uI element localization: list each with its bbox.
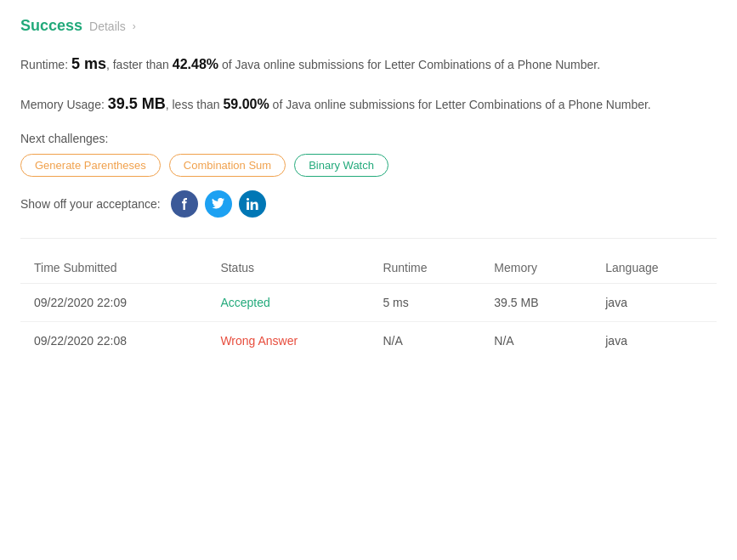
social-icons	[171, 190, 266, 218]
success-label: Success	[20, 17, 82, 35]
col-runtime: Runtime	[369, 252, 480, 284]
cell-status[interactable]: Wrong Answer	[207, 321, 369, 359]
cell-time: 09/22/2020 22:08	[20, 321, 207, 359]
divider	[20, 238, 717, 239]
next-challenges-label: Next challenges:	[20, 132, 717, 145]
runtime-value: 5 ms	[71, 55, 106, 72]
show-off-row: Show off your acceptance:	[20, 190, 717, 218]
runtime-prefix: Runtime:	[20, 58, 68, 71]
memory-section: Memory Usage: 39.5 MB, less than 59.00% …	[20, 92, 717, 116]
challenge-generate-parentheses[interactable]: Generate Parentheses	[20, 154, 161, 177]
twitter-icon	[212, 198, 224, 209]
result-header: Success Details ›	[20, 17, 717, 35]
memory-suffix: of Java online submissions for Letter Co…	[273, 98, 651, 111]
linkedin-icon	[247, 198, 258, 210]
challenge-buttons: Generate Parentheses Combination Sum Bin…	[20, 154, 717, 177]
submissions-table: Time Submitted Status Runtime Memory Lan…	[20, 252, 717, 359]
cell-language: java	[592, 321, 717, 359]
col-language: Language	[592, 252, 717, 284]
table-header-row: Time Submitted Status Runtime Memory Lan…	[20, 252, 717, 284]
cell-runtime: N/A	[369, 321, 480, 359]
table-row: 09/22/2020 22:08Wrong AnswerN/AN/Ajava	[20, 321, 717, 359]
twitter-button[interactable]	[205, 190, 232, 218]
runtime-suffix: of Java online submissions for Letter Co…	[222, 58, 600, 71]
cell-memory: N/A	[480, 321, 592, 359]
cell-time: 09/22/2020 22:09	[20, 283, 207, 321]
runtime-middle: , faster than	[106, 58, 169, 71]
memory-value: 39.5 MB	[108, 95, 166, 112]
table-body: 09/22/2020 22:09Accepted5 ms39.5 MBjava0…	[20, 283, 717, 359]
challenge-combination-sum[interactable]: Combination Sum	[169, 154, 286, 177]
facebook-icon	[179, 198, 190, 210]
runtime-percent: 42.48%	[173, 57, 218, 71]
details-link[interactable]: Details	[89, 20, 126, 33]
runtime-section: Runtime: 5 ms, faster than 42.48% of Jav…	[20, 52, 717, 76]
memory-prefix: Memory Usage:	[20, 98, 105, 111]
cell-memory: 39.5 MB	[480, 283, 592, 321]
linkedin-button[interactable]	[239, 190, 266, 218]
memory-middle: , less than	[166, 98, 220, 111]
cell-status[interactable]: Accepted	[207, 283, 369, 321]
col-memory: Memory	[480, 252, 592, 284]
challenge-binary-watch[interactable]: Binary Watch	[294, 154, 388, 177]
cell-runtime: 5 ms	[369, 283, 480, 321]
col-status: Status	[207, 252, 369, 284]
table-row: 09/22/2020 22:09Accepted5 ms39.5 MBjava	[20, 283, 717, 321]
col-time: Time Submitted	[20, 252, 207, 284]
show-off-label: Show off your acceptance:	[20, 197, 161, 211]
chevron-icon: ›	[133, 20, 136, 32]
facebook-button[interactable]	[171, 190, 198, 218]
memory-percent: 59.00%	[223, 97, 269, 111]
cell-language: java	[592, 283, 717, 321]
